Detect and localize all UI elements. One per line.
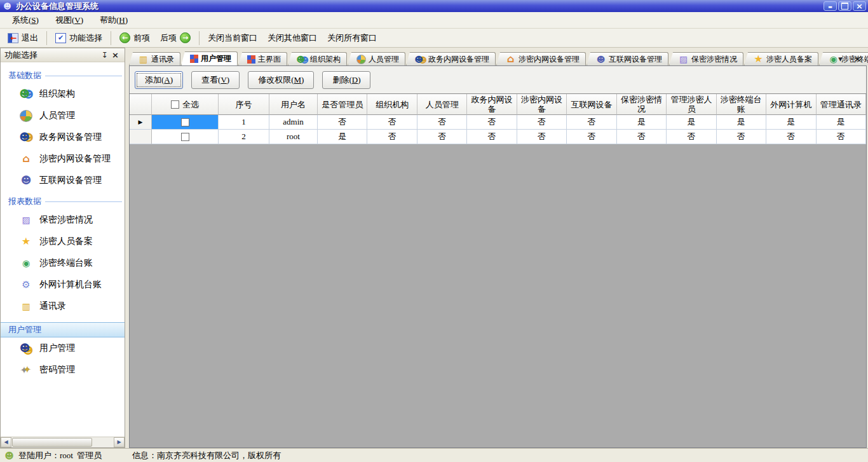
table-cell[interactable]: 否 [367, 130, 417, 144]
sidebar-item[interactable]: 保密涉密情况 [1, 209, 125, 231]
column-header[interactable]: 人员管理 [417, 94, 467, 115]
table-cell[interactable]: admin [269, 115, 318, 130]
table-cell[interactable]: 是 [617, 115, 667, 130]
tab[interactable]: 政务内网设备管理 [406, 52, 496, 65]
action-button[interactable]: 修改权限(M) [248, 71, 314, 89]
column-header[interactable]: 保密涉密情况 [617, 94, 667, 115]
column-header[interactable]: 涉密终端台账 [717, 94, 766, 115]
tab[interactable]: 人员管理 [348, 52, 405, 65]
close-current-window-button[interactable]: 关闭当前窗口 [203, 30, 262, 46]
row-checkbox-cell[interactable] [152, 115, 219, 130]
table-cell[interactable]: 否 [367, 115, 417, 130]
window-control-button[interactable] [853, 1, 866, 11]
column-header[interactable]: 是否管理员 [318, 94, 367, 115]
scroll-left-button[interactable] [1, 437, 11, 447]
table-cell[interactable]: 是 [817, 115, 866, 130]
table-cell[interactable]: 否 [467, 130, 517, 144]
close-all-windows-button[interactable]: 关闭所有窗口 [322, 30, 382, 46]
titlebar[interactable]: 办公设备信息管理系统 [0, 0, 868, 12]
table-cell[interactable]: 否 [517, 130, 567, 144]
row-checkbox-cell[interactable] [152, 130, 219, 144]
table-cell[interactable]: 否 [617, 130, 667, 144]
sidebar-section-header[interactable]: 报表数据 [1, 194, 125, 209]
row-selector-cell[interactable]: ▶ [130, 115, 152, 130]
column-header[interactable]: 管理通讯录 [817, 94, 866, 115]
table-cell[interactable]: 否 [567, 115, 616, 130]
menu-item[interactable]: 系统(S) [4, 13, 47, 28]
table-cell[interactable]: 否 [567, 130, 616, 144]
table-cell[interactable]: 否 [517, 115, 567, 130]
window-control-button[interactable] [838, 1, 851, 11]
sidebar-item[interactable]: 密码管理 [1, 359, 125, 381]
tab[interactable]: 涉密内网设备管理 [496, 52, 586, 65]
previous-item-button[interactable]: 前项 [114, 30, 155, 46]
menu-item[interactable]: 视图(V) [47, 13, 92, 28]
menu-item[interactable]: 帮助(H) [92, 13, 136, 28]
window-control-button[interactable] [824, 1, 837, 11]
tab[interactable]: 用户管理 [181, 51, 238, 65]
table-cell[interactable]: 是 [717, 115, 766, 130]
table-cell[interactable]: 否 [467, 115, 517, 130]
scroll-right-button[interactable] [114, 437, 125, 447]
sidebar-item[interactable]: 互联网设备管理 [1, 170, 125, 191]
table-cell[interactable]: 否 [766, 130, 816, 144]
table-cell[interactable]: 是 [318, 130, 367, 144]
sidebar-section-header[interactable]: 用户管理 [1, 322, 125, 337]
table-cell[interactable]: 是 [667, 115, 716, 130]
sidebar-item[interactable]: 人员管理 [1, 105, 125, 126]
tab[interactable]: 互联网设备管理 [587, 52, 668, 65]
action-button[interactable]: 添加(A) [135, 71, 183, 89]
column-header[interactable]: 序号 [219, 94, 269, 115]
action-button[interactable]: 查看(V) [191, 71, 240, 89]
sidebar-item[interactable]: 涉密终端台账 [1, 252, 125, 274]
table-cell[interactable]: 是 [766, 115, 816, 130]
row-selector-cell[interactable]: ▶ [130, 130, 152, 144]
tab[interactable]: 涉密人员备案 [744, 52, 818, 65]
column-header[interactable]: 组织机构 [367, 94, 417, 115]
row-checkbox[interactable] [181, 133, 189, 141]
sidebar-section-header[interactable]: 基础数据 [1, 68, 125, 83]
sidebar-item[interactable]: 外网计算机台账 [1, 274, 125, 296]
tab[interactable]: 保密涉密情况 [669, 52, 743, 65]
table-cell[interactable]: 否 [318, 115, 367, 130]
column-header[interactable]: 涉密内网设备 [517, 94, 567, 115]
column-header[interactable]: 管理涉密人员 [667, 94, 716, 115]
table-cell[interactable]: 否 [817, 130, 866, 144]
column-header[interactable]: 外网计算机 [766, 94, 816, 115]
tab-overflow-icon[interactable] [835, 53, 846, 64]
scrollbar-thumb[interactable] [12, 438, 92, 447]
sidebar-close-icon[interactable] [110, 50, 121, 60]
select-all-cell[interactable]: 全选 [152, 94, 219, 115]
table-cell[interactable]: 否 [417, 115, 467, 130]
row-checkbox[interactable] [181, 118, 189, 126]
table-cell[interactable]: 2 [219, 130, 269, 144]
column-header[interactable]: 互联网设备 [567, 94, 616, 115]
tab[interactable]: 通讯录 [129, 52, 180, 65]
sidebar-item[interactable]: 涉密内网设备管理 [1, 148, 125, 170]
action-button[interactable]: 删除(D) [322, 71, 370, 89]
sidebar-item[interactable]: 组织架构 [1, 83, 125, 105]
sidebar-item[interactable]: 政务网设备管理 [1, 126, 125, 148]
table-cell[interactable]: 否 [717, 130, 766, 144]
sidebar-item[interactable]: 用户管理 [1, 337, 125, 359]
column-header[interactable]: 用户名 [269, 94, 318, 115]
next-item-button[interactable]: 后项 [155, 30, 196, 46]
sidebar-item[interactable]: 通讯录 [1, 296, 125, 317]
tab-close-icon[interactable] [852, 53, 863, 64]
table-cell[interactable]: 否 [417, 130, 467, 144]
scrollbar-track[interactable] [11, 437, 114, 447]
pin-icon[interactable] [99, 50, 110, 60]
table-row[interactable]: ▶ 1admin否否否否否否是是是是是 [130, 115, 866, 130]
close-other-windows-button[interactable]: 关闭其他窗口 [262, 30, 322, 46]
tab[interactable]: 主界面 [238, 52, 287, 65]
function-select-button[interactable]: 功能选择 [50, 30, 107, 46]
table-cell[interactable]: root [269, 130, 318, 144]
table-cell[interactable]: 否 [667, 130, 716, 144]
column-header[interactable]: 政务内网设备 [467, 94, 517, 115]
select-all-checkbox[interactable] [171, 100, 179, 109]
table-row[interactable]: ▶ 2root是否否否否否否否否否否 [130, 130, 866, 144]
exit-button[interactable]: 退出 [3, 30, 43, 46]
tab[interactable]: 组织架构 [288, 52, 347, 65]
table-cell[interactable]: 1 [219, 115, 269, 130]
table-corner-cell[interactable] [130, 94, 152, 115]
